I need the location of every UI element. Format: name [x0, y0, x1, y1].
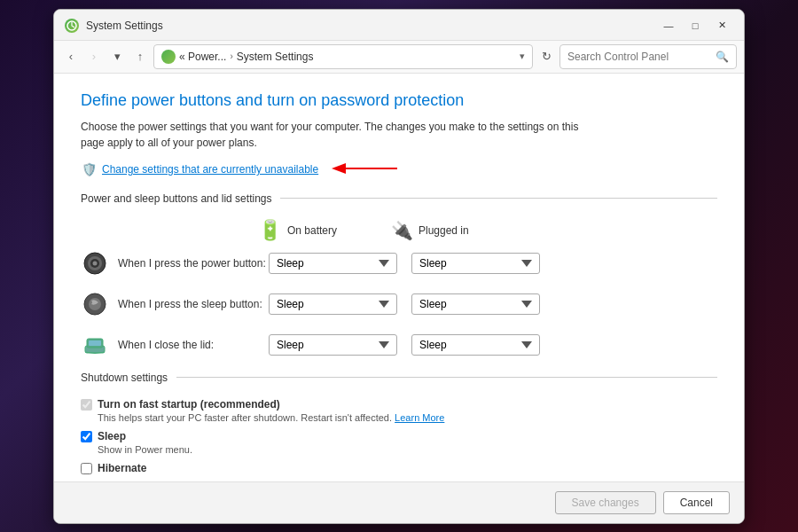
columns-header: 🔋 On battery 🔌 Plugged in — [258, 219, 717, 242]
sleep-checkbox-wrap — [81, 431, 92, 445]
hibernate-checkbox[interactable] — [81, 463, 92, 474]
navigation-bar: ‹ › ▾ ↑ « Power... › System Settings ▾ ↻… — [54, 41, 744, 74]
power-sleep-section-header: Power and sleep buttons and lid settings — [81, 192, 717, 205]
arrow-indicator — [331, 161, 402, 178]
fast-startup-title: Turn on fast startup (recommended) — [98, 398, 444, 411]
pluggedin-col-label: Plugged in — [419, 224, 469, 237]
close-button[interactable]: ✕ — [710, 17, 733, 35]
minimize-button[interactable]: — — [657, 17, 680, 35]
sleep-title: Sleep — [98, 430, 192, 442]
sleep-button-icon — [81, 290, 109, 318]
power-battery-select-wrap: Sleep Do nothing Hibernate Shut down Tur… — [269, 253, 397, 274]
power-battery-select[interactable]: Sleep Do nothing Hibernate Shut down Tur… — [269, 253, 397, 274]
title-bar: System Settings — □ ✕ — [54, 10, 744, 41]
battery-col-label: On battery — [287, 224, 337, 237]
power-pluggedin-select-wrap: Sleep Do nothing Hibernate Shut down Tur… — [411, 253, 540, 274]
sleep-text: Sleep Show in Power menu. — [98, 430, 192, 455]
change-settings-link[interactable]: Change settings that are currently unava… — [102, 163, 318, 176]
app-icon — [65, 19, 79, 33]
footer: Save changes Cancel — [54, 481, 744, 523]
search-input[interactable] — [567, 51, 716, 63]
lid-battery-select-wrap: Sleep Do nothing Hibernate Shut down — [269, 334, 397, 356]
cancel-button[interactable]: Cancel — [663, 491, 730, 514]
sleep-button-row: When I press the sleep button: Sleep Do … — [81, 290, 717, 318]
lid-label: When I close the lid: — [118, 339, 269, 351]
forward-button[interactable]: › — [84, 47, 104, 66]
change-settings-row: 🛡️ Change settings that are currently un… — [81, 161, 717, 178]
breadcrumb-separator: › — [230, 51, 232, 61]
fast-startup-item: Turn on fast startup (recommended) This … — [81, 398, 717, 423]
sleep-battery-select-wrap: Sleep Do nothing Hibernate Shut down — [269, 293, 397, 315]
breadcrumb-power: « Power... — [179, 51, 226, 63]
svg-rect-10 — [89, 340, 101, 346]
lid-pluggedin-select-wrap: Sleep Do nothing Hibernate Shut down — [411, 334, 540, 356]
hibernate-text: Hibernate — [98, 462, 146, 474]
battery-column-header: 🔋 On battery — [258, 219, 391, 242]
page-desc-line2: page apply to all of your power plans. — [81, 137, 257, 149]
page-description: Choose the power settings that you want … — [81, 119, 717, 151]
shutdown-settings: Turn on fast startup (recommended) This … — [81, 398, 717, 477]
back-button[interactable]: ‹ — [61, 47, 81, 66]
power-pluggedin-select[interactable]: Sleep Do nothing Hibernate Shut down Tur… — [411, 253, 540, 274]
up-button[interactable]: ↑ — [130, 47, 150, 66]
sleep-desc: Show in Power menu. — [98, 444, 192, 455]
battery-icon: 🔋 — [258, 219, 282, 242]
power-sleep-label: Power and sleep buttons and lid settings — [81, 192, 271, 205]
refresh-button[interactable]: ↻ — [536, 47, 556, 66]
sleep-checkbox[interactable] — [81, 431, 92, 442]
content-area: Define power buttons and turn on passwor… — [54, 74, 744, 481]
sleep-pluggedin-select[interactable]: Sleep Do nothing Hibernate Shut down — [411, 293, 540, 315]
fast-startup-text: Turn on fast startup (recommended) This … — [98, 398, 444, 423]
lid-icon — [81, 331, 109, 359]
address-icon — [161, 50, 176, 64]
pluggedin-icon: 🔌 — [391, 220, 413, 241]
search-icon: 🔍 — [716, 51, 729, 63]
power-button-row: When I press the power button: Sleep Do … — [81, 249, 717, 278]
section-divider — [280, 198, 717, 199]
save-changes-button[interactable]: Save changes — [555, 491, 656, 514]
dropdown-button[interactable]: ▾ — [107, 47, 127, 66]
power-button-icon — [81, 249, 109, 278]
address-bar[interactable]: « Power... › System Settings ▾ — [153, 44, 533, 69]
main-window: System Settings — □ ✕ ‹ › ▾ ↑ « Power...… — [53, 9, 745, 524]
power-button-label: When I press the power button: — [118, 257, 269, 270]
lid-battery-select[interactable]: Sleep Do nothing Hibernate Shut down — [269, 334, 397, 356]
lid-row: When I close the lid: Sleep Do nothing H… — [81, 331, 717, 359]
page-title: Define power buttons and turn on passwor… — [81, 91, 717, 110]
breadcrumb-current: System Settings — [237, 51, 314, 63]
shutdown-label: Shutdown settings — [81, 372, 168, 384]
window-title: System Settings — [86, 20, 657, 32]
svg-point-5 — [93, 261, 98, 265]
shutdown-divider — [176, 377, 717, 378]
pluggedin-column-header: 🔌 Plugged in — [391, 220, 524, 241]
window-controls: — □ ✕ — [657, 17, 733, 35]
hibernate-checkbox-wrap — [81, 463, 92, 477]
fast-startup-checkbox-wrap — [81, 399, 92, 413]
hibernate-item: Hibernate — [81, 462, 717, 477]
shutdown-section-header: Shutdown settings — [81, 372, 717, 384]
fast-startup-checkbox[interactable] — [81, 399, 92, 411]
fast-startup-desc: This helps start your PC faster after sh… — [98, 412, 444, 423]
lid-pluggedin-select[interactable]: Sleep Do nothing Hibernate Shut down — [411, 334, 540, 356]
sleep-item: Sleep Show in Power menu. — [81, 430, 717, 455]
sleep-button-label: When I press the sleep button: — [118, 298, 269, 310]
sleep-battery-select[interactable]: Sleep Do nothing Hibernate Shut down — [269, 293, 397, 315]
hibernate-title: Hibernate — [98, 462, 146, 474]
address-dropdown-icon: ▾ — [520, 51, 525, 62]
learn-more-link[interactable]: Learn More — [395, 412, 444, 423]
maximize-button[interactable]: □ — [684, 17, 707, 35]
search-bar[interactable]: 🔍 — [559, 44, 737, 69]
page-desc-line1: Choose the power settings that you want … — [81, 121, 578, 133]
sleep-pluggedin-select-wrap: Sleep Do nothing Hibernate Shut down — [411, 293, 540, 315]
shield-uac-icon: 🛡️ — [81, 161, 97, 177]
